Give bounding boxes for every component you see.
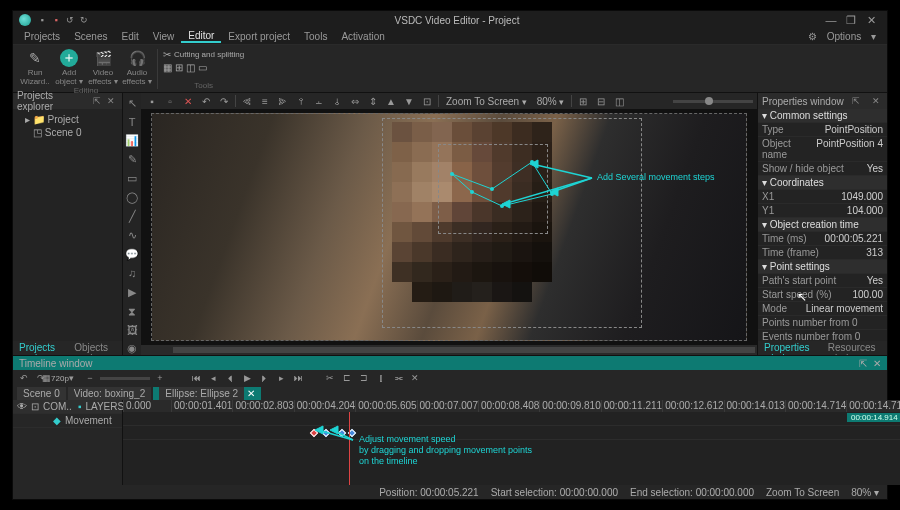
quick-undo-icon[interactable]: ▪ bbox=[51, 15, 61, 25]
ct-del-icon[interactable]: ✕ bbox=[181, 94, 195, 108]
tl-first-icon[interactable]: ⏮ bbox=[189, 371, 203, 385]
menu-view[interactable]: View bbox=[146, 31, 182, 42]
status-zoom-dropdown[interactable]: Zoom To Screen bbox=[766, 487, 839, 498]
tl-stepback-icon[interactable]: ⏴ bbox=[223, 371, 237, 385]
prop-row[interactable]: Object namePointPosition 4 bbox=[758, 137, 887, 162]
prop-row[interactable]: X11049.000 bbox=[758, 190, 887, 204]
tool-text-icon[interactable]: T bbox=[125, 116, 139, 128]
panel-close-icon[interactable]: ✕ bbox=[869, 96, 883, 106]
tool-image-icon[interactable]: 🖼 bbox=[125, 324, 139, 336]
tl-zoom-slider[interactable] bbox=[100, 377, 150, 380]
prop-section-header[interactable]: ▾ Coordinates bbox=[758, 176, 887, 190]
layer-row-movement[interactable]: ◆ Movement bbox=[13, 414, 122, 428]
quick-redo-icon[interactable]: ↺ bbox=[65, 15, 75, 25]
bc-scene[interactable]: Scene 0 bbox=[17, 387, 66, 400]
cutting-splitting-button[interactable]: ✂Cutting and splitting bbox=[163, 49, 244, 60]
tool-icon-1[interactable]: ▦ bbox=[163, 62, 172, 73]
tool-line-icon[interactable]: ╱ bbox=[125, 210, 139, 223]
keyframe-3[interactable] bbox=[338, 429, 346, 437]
playhead[interactable] bbox=[349, 412, 350, 485]
tool-icon-4[interactable]: ▭ bbox=[198, 62, 207, 73]
ct-extra-2-icon[interactable]: ⊟ bbox=[594, 94, 608, 108]
prop-section-header[interactable]: ▾ Common settings bbox=[758, 109, 887, 123]
panel-close-icon[interactable]: ✕ bbox=[867, 358, 881, 369]
tl-mark-icon[interactable]: ⊏ bbox=[340, 371, 354, 385]
close-button[interactable]: ✕ bbox=[861, 14, 881, 27]
video-effects-button[interactable]: 🎬Video effects ▾ bbox=[88, 49, 118, 86]
tool-icon-2[interactable]: ⊞ bbox=[175, 62, 183, 73]
ct-front-icon[interactable]: ▲ bbox=[384, 94, 398, 108]
keyframe-2[interactable] bbox=[322, 429, 330, 437]
ct-align-l-icon[interactable]: ⫷ bbox=[240, 94, 254, 108]
menu-options[interactable]: ⚙ Options ▾ bbox=[801, 31, 883, 42]
tl-play-icon[interactable]: ▶ bbox=[240, 371, 254, 385]
menu-scenes[interactable]: Scenes bbox=[67, 31, 114, 42]
tl-prev-icon[interactable]: ◂ bbox=[206, 371, 220, 385]
tool-icon-3[interactable]: ◫ bbox=[186, 62, 195, 73]
timeline-ruler[interactable]: 0.00000:00:01.40100:00:02.80300:00:04.20… bbox=[123, 400, 900, 412]
panel-pin-icon[interactable]: ⇱ bbox=[90, 96, 104, 106]
ct-align-r-icon[interactable]: ⫸ bbox=[276, 94, 290, 108]
tl-zoomin-icon[interactable]: + bbox=[153, 371, 167, 385]
quick-redo2-icon[interactable]: ↻ bbox=[79, 15, 89, 25]
prop-row[interactable]: Y1104.000 bbox=[758, 204, 887, 218]
maximize-button[interactable]: ❐ bbox=[841, 14, 861, 27]
tl-last-icon[interactable]: ⏭ bbox=[291, 371, 305, 385]
zoom-mode-dropdown[interactable]: Zoom To Screen ▾ bbox=[443, 96, 530, 107]
tl-res-dropdown[interactable]: ▦ 720p ▾ bbox=[51, 371, 65, 385]
menu-edit[interactable]: Edit bbox=[114, 31, 145, 42]
tl-undo-icon[interactable]: ↶ bbox=[17, 371, 31, 385]
tl-zoomout-icon[interactable]: − bbox=[83, 371, 97, 385]
opacity-slider[interactable] bbox=[673, 100, 753, 103]
tree-scene-item[interactable]: ◳ Scene 0 bbox=[17, 126, 118, 139]
status-zoom-pct[interactable]: 80% ▾ bbox=[851, 487, 879, 498]
ct-dist-h-icon[interactable]: ⇔ bbox=[348, 94, 362, 108]
quick-save-icon[interactable]: ▪ bbox=[37, 15, 47, 25]
ct-new-icon[interactable]: ▪ bbox=[145, 94, 159, 108]
ct-align-c-icon[interactable]: ≡ bbox=[258, 94, 272, 108]
bc-ellipse[interactable]: Ellipse: Ellipse 2 ✕ bbox=[153, 387, 261, 400]
tl-split-icon[interactable]: ⫿ bbox=[374, 371, 388, 385]
tool-ellipse-icon[interactable]: ◯ bbox=[125, 191, 139, 204]
tool-sprite-icon[interactable]: ◉ bbox=[125, 342, 139, 355]
run-wizard-button[interactable]: ✎Run Wizard.. bbox=[20, 49, 50, 86]
tool-chart-icon[interactable]: 📊 bbox=[125, 134, 139, 147]
tool-callout-icon[interactable]: 💬 bbox=[125, 248, 139, 261]
ct-extra-1-icon[interactable]: ⊞ bbox=[576, 94, 590, 108]
selection-rect-inner[interactable] bbox=[438, 144, 548, 234]
menu-editor[interactable]: Editor bbox=[181, 30, 221, 43]
tl-next-icon[interactable]: ▸ bbox=[274, 371, 288, 385]
keyframe-1[interactable] bbox=[310, 429, 318, 437]
tab-projects-explorer[interactable]: Projects explorer bbox=[13, 341, 68, 355]
ct-redo-icon[interactable]: ↷ bbox=[217, 94, 231, 108]
ct-open-icon[interactable]: ▫ bbox=[163, 94, 177, 108]
prop-row[interactable]: TypePointPosition bbox=[758, 123, 887, 137]
prop-row[interactable]: Points number from 0 bbox=[758, 316, 887, 330]
ct-group-icon[interactable]: ⊡ bbox=[420, 94, 434, 108]
preview-canvas[interactable]: Add Several movement steps bbox=[141, 109, 757, 345]
minimize-button[interactable]: — bbox=[821, 14, 841, 26]
ct-align-t-icon[interactable]: ⫯ bbox=[294, 94, 308, 108]
tl-link-icon[interactable]: ⫘ bbox=[391, 371, 405, 385]
tool-pen-icon[interactable]: ✎ bbox=[125, 153, 139, 166]
prop-row[interactable]: Time (frame)313 bbox=[758, 246, 887, 260]
lock-icon[interactable]: ⊡ bbox=[27, 401, 43, 412]
tree-project-item[interactable]: ▸ 📁 Project bbox=[17, 113, 118, 126]
ct-align-b-icon[interactable]: ⫰ bbox=[330, 94, 344, 108]
menu-tools[interactable]: Tools bbox=[297, 31, 334, 42]
prop-row[interactable]: Time (ms)00:00:05.221 bbox=[758, 232, 887, 246]
prop-row[interactable]: Events number from 0 bbox=[758, 330, 887, 341]
panel-close-icon[interactable]: ✕ bbox=[104, 96, 118, 106]
prop-row[interactable]: Start speed (%)100.00 bbox=[758, 288, 887, 302]
hscrollbar[interactable] bbox=[141, 345, 757, 355]
ct-dist-v-icon[interactable]: ⇕ bbox=[366, 94, 380, 108]
tl-del-icon[interactable]: ✕ bbox=[408, 371, 422, 385]
menu-export[interactable]: Export project bbox=[221, 31, 297, 42]
prop-section-header[interactable]: ▾ Point settings bbox=[758, 260, 887, 274]
menu-activation[interactable]: Activation bbox=[334, 31, 391, 42]
panel-pin-icon[interactable]: ⇱ bbox=[859, 358, 867, 369]
tab-properties[interactable]: Properties window bbox=[758, 341, 822, 355]
ct-extra-3-icon[interactable]: ◫ bbox=[612, 94, 626, 108]
audio-effects-button[interactable]: 🎧Audio effects ▾ bbox=[122, 49, 152, 86]
add-object-button[interactable]: ＋Add object ▾ bbox=[54, 49, 84, 86]
